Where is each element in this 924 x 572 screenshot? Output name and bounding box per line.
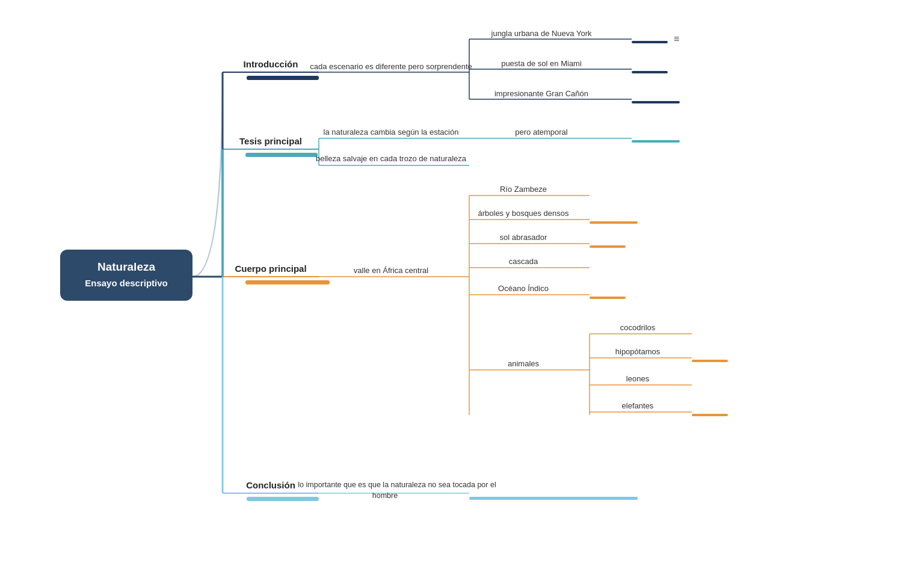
intro-bar [247,76,319,80]
intro-sub2-bar [632,71,668,73]
animal4-text: elefantes [622,401,654,410]
intro-sub1-text: jungla urbana de Nueva York [491,29,592,38]
main-vertical-line [192,72,223,493]
intro-sub1-bar [632,41,668,43]
tesis-child1-text: la naturaleza cambia según la estación [324,128,459,137]
intro-sub3-text: impresionante Gran Cañón [494,89,588,98]
conclusion-child-bar [469,497,638,500]
cuerpo-sub1-text: Río Zambeze [500,185,547,194]
cuerpo-child-text: valle en África central [354,266,428,275]
cuerpo-sub4-text: cascada [509,257,538,266]
central-label-line2: Ensayo descriptivo [85,278,168,288]
conclusion-bar [247,497,319,501]
intro-sub3-bar [632,101,680,103]
animales-text: animales [508,359,540,368]
menu-icon: ≡ [674,34,679,44]
mind-map: Naturaleza Ensayo descriptivo Introducci… [0,0,924,572]
tesis-sub1-bar [632,140,680,143]
animal1-text: cocodrilos [620,323,656,332]
cuerpo-bar [245,280,330,284]
cuerpo-sub3-text: sol abrasador [500,233,547,242]
conclusion-child-text-line2: hombre [372,491,398,500]
cuerpo-sub3-bar [590,245,626,248]
intro-label: Introducción [244,59,298,69]
animal2-bar [692,360,728,362]
conclusion-child-text-line1: lo importante que es que la naturaleza n… [298,481,496,489]
tesis-child2-text: belleza salvaje en cada trozo de natural… [316,154,467,163]
cuerpo-label: Cuerpo principal [235,263,306,274]
animal2-text: hipopótamos [615,347,661,356]
cuerpo-sub2-text: árboles y bosques densos [478,209,569,218]
tesis-label: Tesis principal [239,136,302,146]
central-label-line1: Naturaleza [97,260,156,273]
central-node [60,250,192,301]
cuerpo-sub5-bar [590,297,626,299]
animal4-bar [692,414,728,416]
cuerpo-sub2-bar [590,221,638,224]
tesis-sub1-text: pero atemporal [515,128,568,137]
conclusion-label: Conclusión [246,480,295,490]
animal3-text: leones [626,374,650,383]
intro-child-text: cada escenario es diferente pero sorpren… [310,62,472,71]
intro-sub2-text: puesta de sol en Miami [501,59,582,68]
tesis-bar [245,153,318,157]
cuerpo-sub5-text: Océano Índico [498,284,549,293]
